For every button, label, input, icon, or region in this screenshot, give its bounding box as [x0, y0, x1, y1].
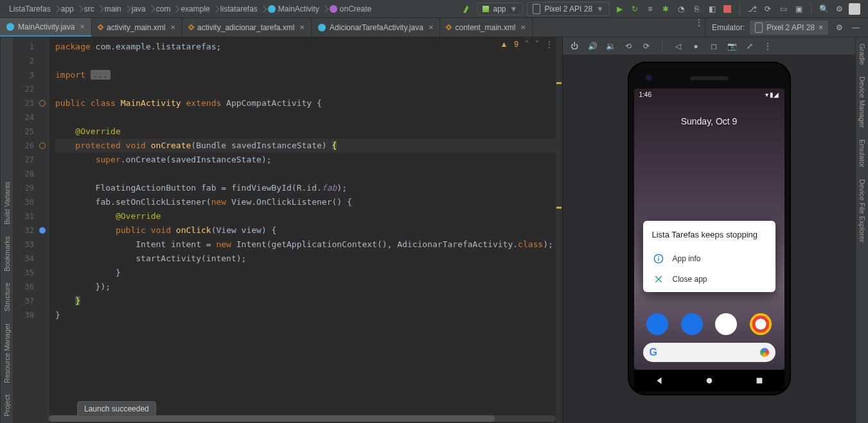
crumb[interactable]: app	[56, 3, 79, 15]
device-selector[interactable]: Pixel 2 API 28 ▼	[527, 2, 610, 16]
user-icon[interactable]	[849, 3, 860, 15]
volume-down-icon[interactable]: 🔉	[605, 41, 616, 51]
crumb[interactable]: MainActivity	[263, 3, 324, 15]
back-icon[interactable]: ◁	[673, 41, 683, 51]
status-icons: ▾ ▮◢	[765, 91, 779, 98]
more-icon[interactable]: ⋮	[763, 41, 773, 51]
phone-app-icon[interactable]	[646, 313, 668, 335]
crumb[interactable]: java	[127, 3, 151, 15]
rail-resource-manager[interactable]: Resource Manager	[3, 323, 11, 383]
dock	[634, 313, 784, 335]
chevron-down-icon: ▼	[510, 4, 518, 13]
warning-icon: ▲	[500, 40, 508, 49]
rail-emulator[interactable]: Emulator	[858, 139, 866, 168]
nav-overview-icon[interactable]	[755, 376, 764, 385]
emulator-viewport: 1:46 ▾ ▮◢ Sunday, Oct 9 Lista Tarefas ke…	[563, 55, 855, 423]
run-config-selector[interactable]: app ▼	[477, 3, 523, 15]
code-area[interactable]: package com.example.listatarefas; import…	[49, 37, 562, 423]
rail-project[interactable]: Project	[3, 395, 11, 417]
warning-count: 9	[514, 40, 518, 49]
rail-bookmarks[interactable]: Bookmarks	[3, 236, 11, 272]
phone-icon	[755, 22, 763, 33]
editor[interactable]: 1232223242526272829303132333435363738 pa…	[13, 37, 562, 423]
nav-home-icon[interactable]	[705, 376, 714, 385]
tab-adicionar-activity[interactable]: AdicionarTarefaActivity.java ×	[312, 18, 440, 37]
dialog-close-app[interactable]: Close app	[652, 269, 766, 289]
home-icon[interactable]: ●	[691, 41, 701, 51]
emulator-title: Emulator:	[712, 23, 745, 32]
dialog-app-info[interactable]: App info	[652, 248, 766, 269]
crumb[interactable]: src	[79, 3, 100, 15]
rail-device-manager[interactable]: Device Manager	[858, 76, 866, 128]
coverage-icon[interactable]: ≡	[644, 3, 656, 15]
sync-gradle-icon[interactable]: ⟳	[762, 3, 774, 15]
rail-device-file-explorer[interactable]: Device File Explorer	[858, 179, 866, 242]
close-icon[interactable]: ×	[819, 23, 823, 32]
messages-app-icon[interactable]	[681, 313, 703, 335]
crumb[interactable]: ListaTarefas	[4, 3, 56, 15]
close-icon[interactable]: ×	[80, 22, 85, 31]
chrome-icon[interactable]	[750, 313, 772, 335]
tab-activity-main-xml[interactable]: activity_main.xml ×	[92, 18, 182, 37]
hide-panel-icon[interactable]: —	[850, 23, 862, 32]
app-inspection-icon[interactable]: ◧	[706, 3, 718, 15]
close-icon[interactable]: ×	[299, 22, 305, 32]
run-icon[interactable]: ▶	[614, 3, 625, 15]
avd-manager-icon[interactable]: ▭	[777, 3, 789, 15]
profile-icon[interactable]: ◔	[675, 3, 687, 15]
play-store-icon[interactable]	[715, 313, 737, 335]
next-highlight-icon[interactable]: ˅	[535, 40, 539, 49]
crumb[interactable]: com	[151, 3, 176, 15]
error-stripe[interactable]	[556, 37, 562, 423]
search-icon[interactable]: 🔍	[818, 3, 829, 15]
chevron-down-icon: ▼	[596, 4, 604, 13]
prev-highlight-icon[interactable]: ˄	[525, 40, 529, 49]
phone-screen[interactable]: 1:46 ▾ ▮◢ Sunday, Oct 9 Lista Tarefas ke…	[634, 89, 784, 370]
screenshot-icon[interactable]: 📷	[727, 41, 737, 51]
settings-icon[interactable]: ⚙	[833, 3, 845, 15]
camera-dot	[646, 74, 652, 81]
crumb[interactable]: onCreate	[324, 3, 376, 15]
stop-icon[interactable]	[722, 3, 733, 15]
debug-icon[interactable]: ✱	[660, 3, 671, 15]
tab-content-main-xml[interactable]: content_main.xml ×	[440, 18, 533, 37]
close-icon[interactable]: ×	[521, 22, 526, 32]
crumb[interactable]: example	[175, 3, 215, 15]
power-icon[interactable]: ⏻	[569, 41, 580, 51]
rail-structure[interactable]: Structure	[3, 283, 11, 312]
tab-main-activity[interactable]: MainActivity.java ×	[0, 18, 92, 37]
close-icon[interactable]: ×	[429, 22, 434, 32]
rotate-right-icon[interactable]: ⟳	[641, 41, 651, 51]
crumb[interactable]: listatarefas	[215, 3, 263, 15]
inspection-more-icon[interactable]: ⋮	[545, 40, 553, 49]
emulator-settings-icon[interactable]: ⚙	[833, 23, 845, 32]
editor-tabs: MainActivity.java × activity_main.xml × …	[0, 18, 868, 37]
sdk-manager-icon[interactable]: ▣	[793, 3, 804, 15]
close-icon[interactable]: ×	[170, 22, 175, 32]
search-pill[interactable]: G	[643, 343, 775, 362]
close-icon	[653, 274, 664, 284]
emulator-device-tab[interactable]: Pixel 2 API 28 ×	[750, 21, 828, 35]
tab-label: content_main.xml	[455, 23, 515, 32]
overview-icon[interactable]: ◻	[709, 41, 719, 51]
svg-rect-2	[658, 256, 659, 257]
zoom-icon[interactable]: ⤢	[745, 41, 755, 51]
assistant-icon[interactable]	[760, 348, 769, 357]
rail-gradle[interactable]: Gradle	[858, 44, 866, 65]
tab-label: activity_main.xml	[107, 23, 165, 32]
git-icon[interactable]: ⎇	[747, 3, 758, 15]
crumb[interactable]: main	[100, 3, 127, 15]
android-nav-bar	[634, 370, 784, 392]
nav-back-icon[interactable]	[655, 376, 664, 385]
editor-inspections[interactable]: ▲ 9 ˄ ˅ ⋮	[500, 40, 553, 49]
rail-build-variants[interactable]: Build Variants	[3, 181, 11, 224]
apply-changes-icon[interactable]: ↻	[629, 3, 641, 15]
build-icon[interactable]	[461, 3, 473, 15]
tab-activity-adicionar-xml[interactable]: activity_adicionar_tarefa.xml ×	[182, 18, 312, 37]
attach-debugger-icon[interactable]: ⎘	[691, 3, 702, 15]
top-bar: ListaTarefas app src main java com examp…	[0, 0, 868, 18]
info-icon	[653, 254, 664, 264]
volume-up-icon[interactable]: 🔊	[587, 41, 598, 51]
more-tabs-icon[interactable]: ⋮	[693, 18, 705, 37]
rotate-left-icon[interactable]: ⟲	[623, 41, 633, 51]
